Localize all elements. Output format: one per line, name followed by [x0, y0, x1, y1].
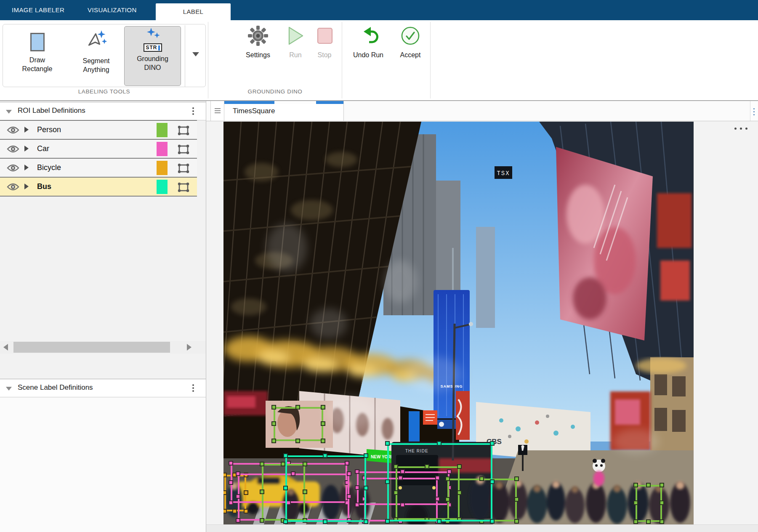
annotation-box-person[interactable] — [274, 407, 323, 441]
resize-handle[interactable] — [514, 497, 519, 502]
resize-handle[interactable] — [490, 479, 495, 484]
roi-rectangle-shape-icon[interactable] — [177, 181, 190, 195]
canvas-bottom-scroll-area[interactable] — [206, 524, 758, 532]
stop-button[interactable]: Stop — [312, 25, 337, 87]
roi-list-horizontal-scrollbar[interactable] — [0, 341, 206, 354]
resize-handle[interactable] — [437, 519, 442, 524]
resize-handle[interactable] — [223, 473, 227, 477]
resize-handle[interactable] — [281, 462, 285, 466]
resize-handle[interactable] — [633, 483, 638, 487]
roi-color-swatch[interactable] — [157, 142, 168, 156]
resize-handle[interactable] — [223, 509, 227, 513]
roi-rectangle-shape-icon[interactable] — [177, 162, 190, 176]
expand-arrow-icon[interactable] — [24, 127, 29, 133]
visibility-eye-icon[interactable] — [7, 145, 19, 155]
resize-handle[interactable] — [323, 519, 327, 524]
resize-handle[interactable] — [229, 480, 233, 485]
resize-handle[interactable] — [660, 483, 664, 487]
labeling-tools-gallery-expand[interactable] — [185, 25, 206, 87]
resize-handle[interactable] — [271, 421, 276, 426]
collapse-caret-icon[interactable] — [6, 387, 12, 391]
resize-handle[interactable] — [295, 405, 300, 410]
resize-handle[interactable] — [260, 518, 264, 523]
roi-label-name: Person — [37, 125, 61, 134]
draw-rectangle-button[interactable]: Draw Rectangle — [9, 29, 66, 91]
resize-handle[interactable] — [490, 441, 495, 446]
tab-overflow-menu-button[interactable] — [750, 101, 758, 121]
resize-handle[interactable] — [229, 461, 233, 466]
accept-button[interactable]: Accept — [394, 25, 427, 87]
roi-rectangle-shape-icon[interactable] — [177, 125, 190, 138]
resize-handle[interactable] — [633, 519, 638, 524]
grounding-dino-button[interactable]: STR Grounding DINO — [124, 26, 181, 86]
scroll-left-arrow-icon[interactable] — [3, 344, 8, 351]
resize-handle[interactable] — [260, 462, 264, 466]
roi-label-row-car[interactable]: Car — [0, 140, 197, 159]
resize-handle[interactable] — [321, 405, 325, 410]
resize-handle[interactable] — [385, 519, 390, 524]
expand-arrow-icon[interactable] — [24, 184, 29, 189]
resize-handle[interactable] — [321, 421, 325, 426]
tab-visualization[interactable]: VISUALIZATION — [80, 0, 144, 20]
resize-handle[interactable] — [437, 441, 442, 446]
scene-panel-menu-button[interactable] — [192, 383, 194, 394]
annotation-box-person[interactable] — [636, 485, 662, 522]
tab-label[interactable]: LABEL — [156, 3, 231, 20]
roi-label-row-bicycle[interactable]: Bicycle — [0, 159, 197, 178]
resize-handle[interactable] — [236, 471, 240, 476]
resize-handle[interactable] — [364, 519, 368, 524]
resize-handle[interactable] — [633, 500, 638, 505]
resize-handle[interactable] — [323, 453, 327, 458]
resize-handle[interactable] — [490, 519, 495, 524]
resize-handle[interactable] — [223, 490, 227, 495]
resize-handle[interactable] — [646, 519, 651, 524]
roi-rectangle-shape-icon[interactable] — [177, 144, 190, 157]
resize-handle[interactable] — [646, 483, 651, 487]
tab-image-labeler[interactable]: IMAGE LABELER — [4, 0, 72, 20]
resize-handle[interactable] — [295, 439, 300, 443]
resize-handle[interactable] — [236, 518, 240, 523]
segment-anything-button[interactable]: Segment Anything — [68, 29, 125, 91]
roi-color-swatch[interactable] — [157, 161, 168, 175]
resize-handle[interactable] — [283, 453, 288, 458]
annotation-box-bus[interactable] — [285, 455, 366, 522]
resize-handle[interactable] — [514, 476, 519, 481]
scroll-right-arrow-icon[interactable] — [187, 344, 191, 351]
expand-arrow-icon[interactable] — [24, 146, 29, 152]
resize-handle[interactable] — [385, 441, 390, 446]
resize-handle[interactable] — [283, 519, 288, 524]
roi-color-swatch[interactable] — [157, 180, 168, 194]
resize-handle[interactable] — [271, 405, 276, 410]
scrollbar-thumb[interactable] — [13, 342, 170, 353]
resize-handle[interactable] — [236, 494, 240, 499]
resize-handle[interactable] — [514, 519, 519, 524]
expand-arrow-icon[interactable] — [24, 165, 29, 170]
resize-handle[interactable] — [364, 453, 368, 458]
undo-run-button[interactable]: Undo Run — [347, 25, 389, 87]
resize-handle[interactable] — [385, 479, 390, 484]
resize-handle[interactable] — [260, 489, 264, 494]
visibility-eye-icon[interactable] — [7, 126, 19, 136]
resize-handle[interactable] — [660, 500, 664, 505]
collapse-caret-icon[interactable] — [6, 110, 12, 114]
settings-button[interactable]: Settings — [241, 25, 275, 87]
panel-grip-handle[interactable] — [210, 101, 224, 121]
times-square-photo[interactable]: TSX — [223, 122, 694, 524]
visibility-eye-icon[interactable] — [7, 164, 19, 174]
roi-label-row-bus[interactable]: Bus — [0, 178, 197, 197]
roi-color-swatch[interactable] — [157, 123, 168, 137]
resize-handle[interactable] — [364, 486, 368, 490]
annotation-box-bus[interactable] — [387, 443, 492, 521]
roi-label-row-person[interactable]: Person — [0, 121, 197, 140]
document-tab-timessquare[interactable]: TimesSquare — [224, 101, 344, 121]
resize-handle[interactable] — [660, 519, 664, 524]
resize-handle[interactable] — [229, 500, 233, 505]
resize-handle[interactable] — [321, 439, 325, 443]
roi-panel-menu-button[interactable] — [192, 106, 194, 117]
resize-handle[interactable] — [271, 439, 276, 443]
resize-handle[interactable] — [283, 486, 288, 490]
run-button[interactable]: Run — [283, 25, 308, 87]
resize-handle[interactable] — [232, 509, 237, 513]
visibility-eye-icon[interactable] — [7, 183, 19, 193]
figure-options-dots-icon[interactable] — [734, 125, 754, 132]
